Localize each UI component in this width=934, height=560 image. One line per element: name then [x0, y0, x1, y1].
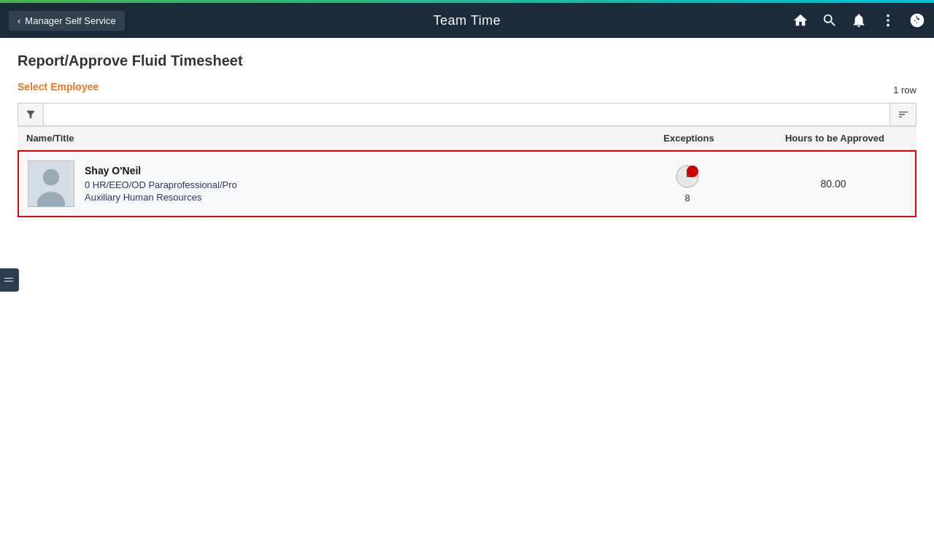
home-icon[interactable]	[792, 12, 808, 28]
exceptions-cell: 8	[614, 164, 760, 203]
col-header-exceptions: Exceptions	[616, 133, 762, 144]
back-label: Manager Self Service	[25, 15, 115, 26]
hours-cell: 80.00	[760, 178, 906, 190]
svg-point-2	[887, 24, 889, 27]
row-count: 1 row	[893, 85, 916, 96]
chevron-left-icon: ‹	[18, 15, 20, 26]
employee-title: 0 HR/EEO/OD Paraprofessional/Pro	[85, 179, 614, 190]
search-icon[interactable]	[822, 12, 838, 28]
svg-point-8	[687, 166, 698, 177]
bell-icon[interactable]	[851, 12, 867, 28]
exception-count: 8	[684, 192, 690, 203]
exception-icon	[675, 164, 700, 191]
col-header-name: Name/Title	[26, 133, 616, 144]
svg-point-4	[37, 192, 65, 206]
svg-point-0	[887, 15, 889, 18]
employee-department: Auxiliary Human Resources	[85, 192, 614, 203]
filter-spacer	[44, 103, 890, 126]
block-icon[interactable]	[909, 12, 925, 28]
header-title: Team Time	[433, 13, 501, 28]
sort-button[interactable]	[890, 103, 916, 126]
filter-button[interactable]	[18, 103, 44, 126]
svg-point-1	[887, 19, 889, 22]
header-icons	[792, 12, 925, 28]
employee-info: Shay O'Neil 0 HR/EEO/OD Paraprofessional…	[85, 165, 614, 203]
header: ‹ Manager Self Service Team Time	[0, 3, 934, 38]
employee-row[interactable]: Shay O'Neil 0 HR/EEO/OD Paraprofessional…	[18, 150, 916, 217]
employee-name: Shay O'Neil	[85, 165, 614, 176]
page-title: Report/Approve Fluid Timesheet	[18, 52, 916, 69]
more-vert-icon[interactable]	[880, 12, 896, 28]
table-header: Name/Title Exceptions Hours to be Approv…	[18, 126, 916, 150]
back-button[interactable]: ‹ Manager Self Service	[9, 11, 125, 31]
avatar	[28, 160, 74, 207]
svg-point-3	[43, 169, 59, 185]
controls-row	[18, 103, 916, 126]
main-content: Report/Approve Fluid Timesheet Select Em…	[0, 38, 934, 560]
section-title: Select Employee	[18, 81, 99, 93]
col-header-hours: Hours to be Approved	[762, 133, 908, 144]
side-panel-tab[interactable]: ||	[0, 268, 19, 292]
